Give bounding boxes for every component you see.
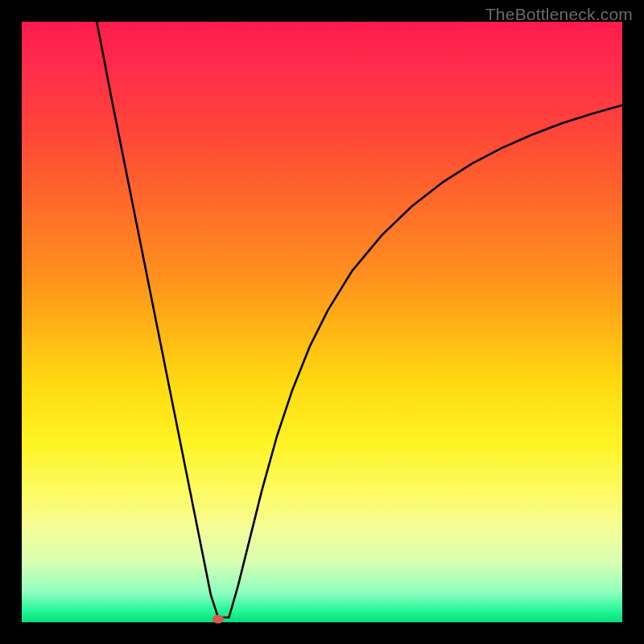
chart-frame: TheBottleneck.com bbox=[0, 0, 644, 644]
curve-svg bbox=[22, 22, 622, 622]
plot-area bbox=[22, 22, 622, 622]
minimum-marker bbox=[213, 615, 224, 624]
bottleneck-curve bbox=[97, 22, 622, 617]
